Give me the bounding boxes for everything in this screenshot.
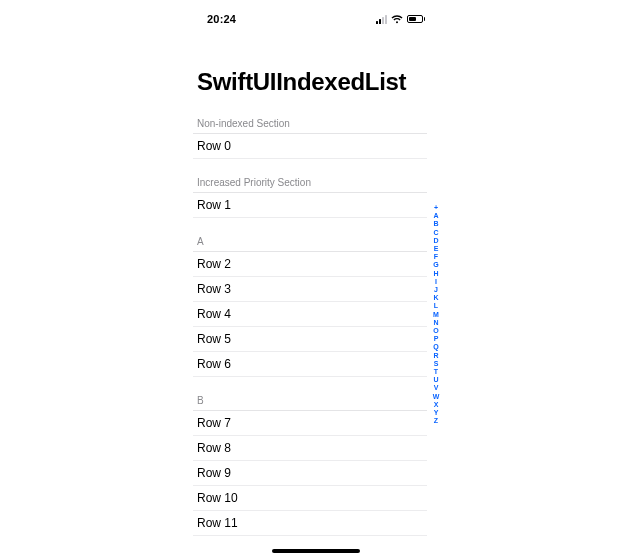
list-item[interactable]: Row 1 xyxy=(193,193,427,218)
index-item[interactable]: R xyxy=(431,352,441,360)
index-item[interactable]: D xyxy=(431,237,441,245)
index-item[interactable]: T xyxy=(431,368,441,376)
list-item[interactable]: Row 9 xyxy=(193,461,427,486)
battery-icon xyxy=(407,15,426,23)
index-item[interactable]: Z xyxy=(431,417,441,425)
home-indicator[interactable] xyxy=(272,549,360,553)
index-item[interactable]: N xyxy=(431,319,441,327)
list-item[interactable]: Row 3 xyxy=(193,277,427,302)
list-item[interactable]: Row 10 xyxy=(193,486,427,511)
index-item[interactable]: V xyxy=(431,384,441,392)
index-item[interactable]: C xyxy=(431,229,441,237)
section-header: Non-indexed Section xyxy=(193,108,427,134)
index-item[interactable]: K xyxy=(431,294,441,302)
index-item[interactable]: H xyxy=(431,270,441,278)
list[interactable]: Non-indexed Section Row 0 Increased Prio… xyxy=(193,108,439,536)
index-item[interactable]: J xyxy=(431,286,441,294)
index-item[interactable]: U xyxy=(431,376,441,384)
index-item[interactable]: S xyxy=(431,360,441,368)
index-item[interactable]: B xyxy=(431,220,441,228)
index-item[interactable]: E xyxy=(431,245,441,253)
list-item[interactable]: Row 6 xyxy=(193,352,427,377)
page-title: SwiftUIIndexedList xyxy=(193,28,439,108)
index-item[interactable]: I xyxy=(431,278,441,286)
status-time: 20:24 xyxy=(207,13,236,25)
section-header: A xyxy=(193,226,427,252)
index-bar[interactable]: + A B C D E F G H I J K L M N O P Q R S … xyxy=(431,204,441,425)
index-item[interactable]: X xyxy=(431,401,441,409)
index-item[interactable]: M xyxy=(431,311,441,319)
list-item[interactable]: Row 11 xyxy=(193,511,427,536)
wifi-icon xyxy=(391,15,403,24)
index-item[interactable]: O xyxy=(431,327,441,335)
list-item[interactable]: Row 7 xyxy=(193,411,427,436)
index-item[interactable]: Y xyxy=(431,409,441,417)
phone-screen: 20:24 SwiftUIIndexedList Non-indexed Sec… xyxy=(193,0,439,556)
index-item[interactable]: A xyxy=(431,212,441,220)
index-item[interactable]: + xyxy=(431,204,441,212)
list-item[interactable]: Row 0 xyxy=(193,134,427,159)
status-indicators xyxy=(376,15,426,24)
index-item[interactable]: F xyxy=(431,253,441,261)
index-item[interactable]: G xyxy=(431,261,441,269)
list-item[interactable]: Row 4 xyxy=(193,302,427,327)
list-item[interactable]: Row 2 xyxy=(193,252,427,277)
section-header: B xyxy=(193,385,427,411)
cellular-icon xyxy=(376,15,387,24)
list-item[interactable]: Row 8 xyxy=(193,436,427,461)
status-bar: 20:24 xyxy=(193,0,439,28)
section-header: Increased Priority Section xyxy=(193,167,427,193)
index-item[interactable]: L xyxy=(431,302,441,310)
list-item[interactable]: Row 5 xyxy=(193,327,427,352)
index-item[interactable]: Q xyxy=(431,343,441,351)
index-item[interactable]: P xyxy=(431,335,441,343)
index-item[interactable]: W xyxy=(431,393,441,401)
